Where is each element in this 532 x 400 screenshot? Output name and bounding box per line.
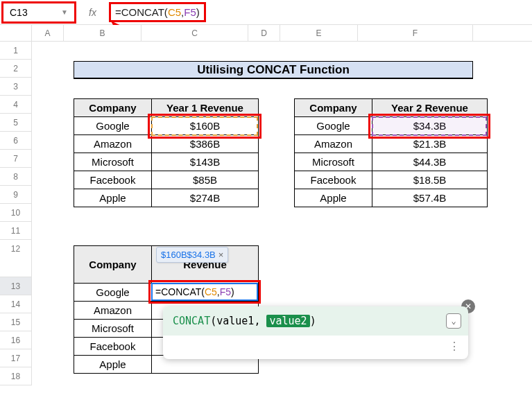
table-cell[interactable]: Apple	[295, 189, 372, 207]
table-cell[interactable]: $44.3B	[372, 153, 488, 171]
cell-ref-f5: F5	[220, 286, 231, 297]
table-cell[interactable]: $143B	[152, 153, 259, 171]
t2-h2[interactable]: Year 2 Revenue	[372, 99, 488, 117]
t1-h2[interactable]: Year 1 Revenue	[152, 99, 259, 117]
row-header[interactable]: 10	[0, 204, 32, 222]
table-cell[interactable]: Amazon	[74, 302, 152, 320]
col-header-f[interactable]: F	[358, 25, 473, 41]
name-box[interactable]: C13 ▼	[4, 4, 74, 21]
t3-h1[interactable]: Company	[74, 246, 152, 284]
close-icon[interactable]: ×	[218, 250, 224, 260]
more-icon[interactable]: ⋮	[449, 340, 460, 353]
table-cell[interactable]: Microsoft	[74, 320, 152, 338]
formula-input[interactable]: =CONCAT(C5,F5)	[112, 6, 203, 19]
cell-formula-suffix: )	[231, 286, 234, 297]
table-cell[interactable]: Facebook	[74, 338, 152, 356]
chevron-down-icon[interactable]: ⌄	[446, 313, 461, 329]
row-header[interactable]: 7	[0, 150, 32, 168]
active-cell-c13[interactable]: =CONCAT(C5,F5)	[151, 283, 258, 301]
table-cell[interactable]: Facebook	[74, 171, 152, 189]
table-cell[interactable]: Google	[74, 284, 152, 302]
table-cell[interactable]: $386B	[152, 135, 259, 153]
formula-suffix: )	[196, 6, 200, 18]
col-header-e[interactable]: E	[280, 25, 358, 41]
row-headers: 1 2 3 4 5 6 7 8 9 10 11 12 13 14 15 16 1…	[0, 42, 32, 400]
table-cell[interactable]: $34.3B	[372, 117, 488, 135]
cell-ref-c5: C5	[205, 286, 217, 297]
helper-current-arg: value2	[266, 315, 309, 327]
t1-h1[interactable]: Company	[74, 99, 152, 117]
preview-value: $160B$34.3B	[161, 250, 216, 260]
helper-body: ⋮	[163, 336, 468, 359]
row-header[interactable]: 1	[0, 42, 32, 60]
table-cell[interactable]: Apple	[74, 356, 152, 374]
col-header-b[interactable]: B	[64, 25, 141, 41]
table-year1: CompanyYear 1 Revenue Google$160B Amazon…	[74, 98, 259, 207]
helper-fn: CONCAT	[173, 315, 210, 327]
table-cell[interactable]: Apple	[74, 189, 152, 207]
formula-ref-c5: C5	[168, 6, 181, 18]
col-header-d[interactable]: D	[248, 25, 280, 41]
spreadsheet: A B C D E F 1 2 3 4 5 6 7 8 9 10 11 12 1…	[0, 25, 532, 400]
helper-signature: CONCAT(value1, value2) ⌄	[163, 306, 468, 336]
helper-sig-post: )	[310, 315, 316, 327]
table-cell[interactable]: Google	[295, 117, 372, 135]
row-header[interactable]: 16	[0, 331, 32, 349]
table-cell[interactable]: $18.5B	[372, 171, 488, 189]
table-cell[interactable]: Amazon	[295, 135, 372, 153]
page-title: Utilising CONCAT Function	[74, 61, 473, 79]
name-box-highlight: C13 ▼	[1, 1, 76, 24]
row-header[interactable]: 5	[0, 114, 32, 132]
cell-formula-prefix: =CONCAT(	[155, 286, 205, 297]
table-cell[interactable]: Facebook	[295, 171, 372, 189]
row-header[interactable]: 3	[0, 78, 32, 96]
grid-area[interactable]: Utilising CONCAT Function CompanyYear 1 …	[32, 42, 532, 400]
table-cell[interactable]: Microsoft	[295, 153, 372, 171]
table-cell[interactable]: Microsoft	[74, 153, 152, 171]
row-header[interactable]: 11	[0, 222, 32, 240]
table-cell[interactable]: $274B	[152, 189, 259, 207]
formula-preview-tooltip: $160B$34.3B×	[156, 247, 228, 263]
table-cell[interactable]: $85B	[152, 171, 259, 189]
name-box-value: C13	[10, 7, 28, 18]
row-header[interactable]: 8	[0, 168, 32, 186]
row-header[interactable]: 4	[0, 96, 32, 114]
col-header-a[interactable]: A	[32, 25, 64, 41]
select-all-corner[interactable]	[0, 25, 32, 41]
row-header[interactable]: 6	[0, 132, 32, 150]
row-header[interactable]: 9	[0, 186, 32, 204]
fx-label[interactable]: fx	[89, 7, 96, 18]
formula-bar-row: C13 ▼ fx =CONCAT(C5,F5) ➤	[0, 0, 532, 25]
chevron-down-icon[interactable]: ▼	[61, 8, 68, 16]
column-headers: A B C D E F	[0, 25, 532, 42]
table-year2: CompanyYear 2 Revenue Google$34.3B Amazo…	[294, 98, 488, 207]
table-cell[interactable]: $21.3B	[372, 135, 488, 153]
row-header[interactable]: 17	[0, 349, 32, 367]
table-cell[interactable]: Amazon	[74, 135, 152, 153]
formula-ref-f5: F5	[184, 6, 196, 18]
t2-h1[interactable]: Company	[295, 99, 372, 117]
col-header-c[interactable]: C	[141, 25, 248, 41]
row-header[interactable]: 13	[0, 277, 32, 295]
table-cell[interactable]: Google	[74, 117, 152, 135]
row-header[interactable]: 14	[0, 295, 32, 313]
formula-helper-popup: ✕ CONCAT(value1, value2) ⌄ ⋮	[163, 306, 468, 359]
table-cell[interactable]: $57.4B	[372, 189, 488, 207]
row-header[interactable]: 12	[0, 240, 32, 277]
row-header[interactable]: 15	[0, 313, 32, 331]
row-header[interactable]: 2	[0, 60, 32, 78]
table-cell[interactable]: $160B	[152, 117, 259, 135]
row-header[interactable]: 18	[0, 367, 32, 385]
helper-sig-pre: (value1,	[210, 315, 266, 327]
